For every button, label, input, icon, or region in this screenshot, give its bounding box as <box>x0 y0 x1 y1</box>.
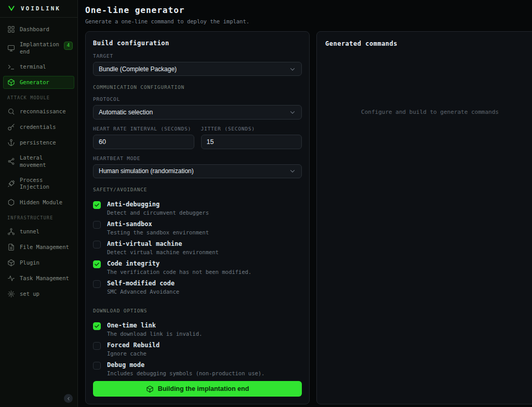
page-subtitle: Generate a one-line command to deploy th… <box>85 18 532 24</box>
chevron-down-icon <box>289 167 296 175</box>
sidebar-section-attack-module: ATTACK MODULE <box>7 95 70 100</box>
count-badge: 4 <box>64 42 73 50</box>
sidebar-item-lateral-movement[interactable]: Lateral movement <box>3 152 74 171</box>
checkbox-description: SMC Advanced Avoidance <box>107 288 179 295</box>
checkbox[interactable] <box>93 221 101 229</box>
checkbox[interactable] <box>93 342 101 350</box>
heartbeat-mode-select[interactable]: Human simulation (randomization) <box>93 164 302 178</box>
monitor-icon <box>7 44 15 52</box>
sidebar-item-label: set up <box>20 291 70 298</box>
safety-options-group: Anti-debugging Detect and circumvent deb… <box>93 201 302 299</box>
output-empty-message: Configure and build to generate commands <box>325 109 532 115</box>
checkbox[interactable] <box>93 201 101 209</box>
sidebar-collapse-button[interactable] <box>64 394 73 403</box>
checkbox[interactable] <box>93 260 101 268</box>
checkbox[interactable] <box>93 322 101 330</box>
build-configuration-panel: Build configuration TARGET Bundle (Compl… <box>85 31 310 404</box>
checkbox[interactable] <box>93 280 101 288</box>
sidebar-item-file-management[interactable]: File Management <box>3 241 74 254</box>
syringe-icon <box>7 180 15 188</box>
sidebar-item-label: credentials <box>20 124 70 131</box>
network-icon <box>7 228 15 235</box>
checkbox-label: One-time link <box>107 322 202 329</box>
sidebar-nav: Dashboard Implantation end 4 terminal Ge… <box>0 18 77 407</box>
sidebar-item-plugin[interactable]: Plugin <box>3 256 74 269</box>
brand-name: VOIDLINK <box>21 5 61 12</box>
jitter-input[interactable] <box>201 135 302 149</box>
package-icon <box>7 259 15 267</box>
sidebar-item-label: reconnaissance <box>20 108 70 115</box>
sidebar-item-label: tunnel <box>20 228 70 235</box>
checkbox-row-debug-mode[interactable]: Debug mode Includes debugging symbols (n… <box>93 361 302 376</box>
download-options-group: One-time link The download link is inval… <box>93 322 302 381</box>
heartbeat-interval-input[interactable] <box>93 135 194 149</box>
sidebar-item-hidden-module[interactable]: Hidden Module <box>3 196 74 209</box>
checkbox-row-anti-virtual-machine[interactable]: Anti-virtual machine Detect virtual mach… <box>93 240 302 255</box>
checkbox-label: Anti-virtual machine <box>107 240 219 247</box>
protocol-select[interactable]: Automatic selection <box>93 105 302 119</box>
page-title: One-line generator <box>85 5 532 15</box>
checkbox-description: Ignore cache <box>107 350 159 357</box>
safety-section-label: SAFETY/AVOIDANCE <box>93 187 302 192</box>
sidebar-item-label: Plugin <box>20 259 70 267</box>
build-button[interactable]: Building the implantation end <box>93 381 302 397</box>
checkbox-row-anti-sandbox[interactable]: Anti-sandbox Testing the sandbox environ… <box>93 220 302 235</box>
build-button-label: Building the implantation end <box>158 385 249 392</box>
protocol-select-value: Automatic selection <box>99 109 153 116</box>
sidebar-item-task-management[interactable]: Task Management <box>3 272 74 285</box>
terminal-icon <box>7 63 15 71</box>
checkbox[interactable] <box>93 241 101 248</box>
check-icon <box>94 323 100 329</box>
sidebar-item-label: File Management <box>20 244 70 251</box>
sidebar-item-label: Lateral movement <box>20 154 70 168</box>
protocol-label: PROTOCOL <box>93 96 302 102</box>
sidebar-item-tunnel[interactable]: tunnel <box>3 225 74 238</box>
share-icon <box>7 157 15 165</box>
checkbox-row-one-time-link[interactable]: One-time link The download link is inval… <box>93 322 302 337</box>
download-section-label: DOWNLOAD OPTIONS <box>93 308 302 313</box>
sidebar-item-process-injection[interactable]: Process Injection <box>3 174 74 193</box>
target-select-value: Bundle (Complete Package) <box>99 65 177 73</box>
checkbox-description: The download link is invalid. <box>107 331 202 337</box>
sidebar-item-credentials[interactable]: credentials <box>3 121 74 134</box>
package-icon <box>146 385 154 393</box>
output-panel-title: Generated commands <box>325 40 532 47</box>
sidebar-item-persistence[interactable]: persistence <box>3 136 74 149</box>
hexagon-icon <box>7 199 15 206</box>
sidebar-item-label: persistence <box>20 139 70 147</box>
checkbox-label: Code integrity <box>107 260 251 267</box>
voidlink-logo-icon <box>7 5 16 13</box>
sidebar-item-label: Task Management <box>20 275 70 282</box>
sidebar-item-implantation-end[interactable]: Implantation end 4 <box>3 38 74 58</box>
file-icon <box>7 243 15 251</box>
checkbox[interactable] <box>93 362 101 370</box>
checkbox-description: Detect and circumvent debuggers <box>107 209 209 216</box>
sidebar: VOIDLINK Dashboard Implantation end 4 te… <box>0 0 78 407</box>
chevron-down-icon <box>289 109 296 116</box>
sidebar-item-reconnaissance[interactable]: reconnaissance <box>3 105 74 118</box>
checkbox-row-anti-debugging[interactable]: Anti-debugging Detect and circumvent deb… <box>93 201 302 216</box>
communication-section-label: COMMUNICATION CONFIGURATION <box>93 84 302 90</box>
heartbeat-mode-select-value: Human simulation (randomization) <box>99 167 194 175</box>
sidebar-item-generator[interactable]: Generator <box>3 76 74 89</box>
main-content: One-line generator Generate a one-line c… <box>78 0 532 407</box>
sidebar-item-terminal[interactable]: terminal <box>3 60 74 73</box>
checkbox-label: Self-modified code <box>107 280 179 287</box>
checkbox-label: Forced Rebuild <box>107 342 159 349</box>
check-icon <box>94 202 100 208</box>
sidebar-item-label: Implantation end <box>20 41 59 55</box>
activity-icon <box>7 274 15 282</box>
sidebar-item-dashboard[interactable]: Dashboard <box>3 23 74 36</box>
sidebar-item-set-up[interactable]: set up <box>3 287 74 300</box>
checkbox-row-forced-rebuild[interactable]: Forced Rebuild Ignore cache <box>93 342 302 357</box>
search-icon <box>7 108 15 115</box>
build-panel-title: Build configuration <box>93 40 302 47</box>
target-label: TARGET <box>93 53 302 59</box>
checkbox-row-self-modified-code[interactable]: Self-modified code SMC Advanced Avoidanc… <box>93 280 302 295</box>
anchor-icon <box>7 139 15 147</box>
target-select[interactable]: Bundle (Complete Package) <box>93 62 302 76</box>
checkbox-row-code-integrity[interactable]: Code integrity The verification code has… <box>93 260 302 275</box>
generated-commands-panel: Generated commands Configure and build t… <box>316 31 532 404</box>
checkbox-description: The verification code has not been modif… <box>107 269 251 275</box>
checkbox-description: Includes debugging symbols (non-producti… <box>107 370 264 376</box>
